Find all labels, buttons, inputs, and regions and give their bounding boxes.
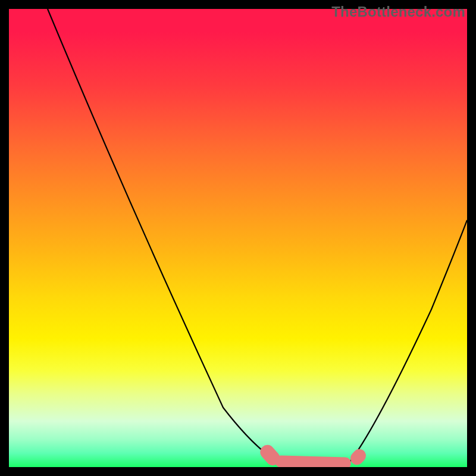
- left-curve: [48, 9, 277, 461]
- bottleneck-curves: [9, 9, 467, 467]
- chart-root: TheBottleneck.com: [0, 0, 476, 476]
- watermark-text: TheBottleneck.com: [331, 4, 465, 20]
- pink-seg-mid: [275, 455, 351, 467]
- plot-area: [9, 9, 467, 467]
- right-curve: [350, 220, 467, 461]
